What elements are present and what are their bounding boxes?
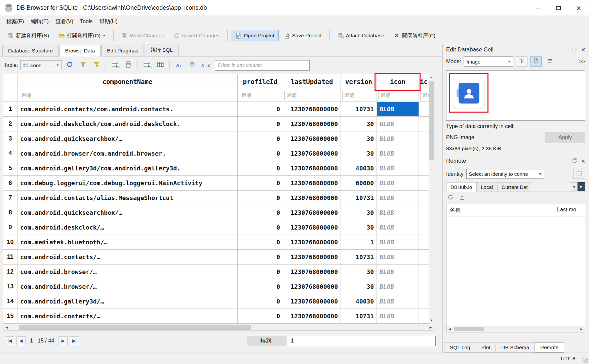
print-button[interactable] <box>123 60 134 71</box>
menu-help[interactable]: 幫助(H) <box>96 17 121 27</box>
cell-profileId[interactable]: 0 <box>238 279 283 294</box>
cell-componentName[interactable]: com.android.contacts/alias.MessageShortc… <box>17 191 238 205</box>
horizontal-scrollbar-thumb[interactable] <box>454 327 484 331</box>
cell-ic[interactable] <box>419 146 429 161</box>
cell-ic[interactable] <box>419 161 429 176</box>
cell-icon[interactable]: BLOB <box>377 294 419 309</box>
cell-profileId[interactable]: 0 <box>238 191 283 205</box>
remote-upload-button[interactable] <box>459 194 465 202</box>
cell-profileId[interactable]: 0 <box>238 294 283 309</box>
cell-ic[interactable] <box>419 131 429 146</box>
cell-componentName[interactable]: com.android.contacts/com.android.contact… <box>17 102 238 117</box>
cell-lastUpdated[interactable]: 1230768000000 <box>283 191 341 205</box>
cell-componentName[interactable]: com.android.quicksearchbox/… <box>17 205 238 220</box>
cell-lastUpdated[interactable]: 1230768000000 <box>283 265 341 279</box>
float-panel-icon[interactable] <box>573 158 577 164</box>
cell-ic[interactable] <box>419 220 429 235</box>
filter-input-icon[interactable]: 過濾 <box>378 91 417 100</box>
cell-version[interactable]: 40030 <box>341 161 377 176</box>
cell-icon[interactable]: BLOB <box>377 235 419 250</box>
cell-componentName[interactable]: com.android.deskclock/com.android.deskcl… <box>17 117 238 131</box>
cell-ic[interactable] <box>419 279 429 294</box>
cell-ic[interactable] <box>419 117 429 131</box>
maximize-button[interactable] <box>548 0 568 15</box>
cell-componentName[interactable]: com.android.contacts/… <box>17 250 238 265</box>
menu-view[interactable]: 查看(V) <box>52 17 77 27</box>
cell-componentName[interactable]: com.android.browser/… <box>17 279 238 294</box>
cell-version[interactable]: 1 <box>341 235 377 250</box>
save-results-button[interactable] <box>109 60 121 71</box>
cell-icon[interactable]: BLOB <box>377 131 419 146</box>
cell-ic[interactable] <box>419 205 429 220</box>
cell-profileId[interactable]: 0 <box>238 102 283 117</box>
cell-icon[interactable]: BLOB <box>377 265 419 279</box>
menu-file[interactable]: 檔案(F) <box>3 17 27 27</box>
insert-record-button[interactable] <box>141 60 153 71</box>
cell-version[interactable]: 10731 <box>341 250 377 265</box>
float-panel-icon[interactable] <box>573 46 577 53</box>
tab-browse-data[interactable]: Browse Data <box>60 45 101 56</box>
row-number[interactable]: 5 <box>3 161 17 176</box>
refresh-button[interactable] <box>64 60 75 71</box>
horizontal-scrollbar-thumb[interactable] <box>19 325 251 330</box>
menu-edit[interactable]: 編輯(E) <box>27 17 52 27</box>
row-number[interactable]: 6 <box>3 176 17 191</box>
filter-input-version[interactable]: 過濾 <box>342 91 375 100</box>
cell-componentName[interactable]: com.android.quicksearchbox/… <box>17 131 238 146</box>
close-database-button[interactable]: ✕ 關閉資料庫(C) <box>389 30 440 42</box>
cell-profileId[interactable]: 0 <box>238 205 283 220</box>
align-view-button[interactable] <box>544 56 556 67</box>
row-number[interactable]: 13 <box>3 279 17 294</box>
cell-componentName[interactable]: com.android.browser/com.android.browser. <box>17 146 238 161</box>
cell-version[interactable]: 30 <box>341 265 377 279</box>
tab-execute-sql[interactable]: 執行 SQL <box>145 44 178 56</box>
cell-ic[interactable] <box>419 235 429 250</box>
column-header-name[interactable]: 名稱 <box>446 204 554 216</box>
cell-version[interactable]: 30 <box>341 279 377 294</box>
tab-scroll-left-icon[interactable]: ◀ <box>570 182 578 191</box>
row-number[interactable]: 15 <box>3 309 17 324</box>
goto-button[interactable]: 轉到: <box>247 336 286 346</box>
cell-lastUpdated[interactable]: 1230768000000 <box>283 161 341 176</box>
cell-ic[interactable] <box>419 176 429 191</box>
cell-icon[interactable]: BLOB <box>377 279 419 294</box>
cell-lastUpdated[interactable]: 1230768000000 <box>283 205 341 220</box>
open-database-button[interactable]: 打開資料庫(O) <box>54 30 110 42</box>
cell-componentName[interactable]: com.debug.loggerui/com.debug.loggerui.Ma… <box>17 176 238 191</box>
cell-componentName[interactable]: com.android.gallery3d/… <box>17 294 238 309</box>
cell-componentName[interactable]: com.android.browser/… <box>17 265 238 279</box>
column-header-icon[interactable]: icon <box>377 74 419 89</box>
cell-profileId[interactable]: 0 <box>238 176 283 191</box>
cell-version[interactable]: 40030 <box>341 294 377 309</box>
cell-lastUpdated[interactable]: 1230768000000 <box>283 117 341 131</box>
delete-record-button[interactable] <box>155 60 166 71</box>
row-number-header[interactable] <box>3 74 17 89</box>
cell-version[interactable]: 30 <box>341 220 377 235</box>
scroll-up-icon[interactable]: ▲ <box>429 74 434 80</box>
cell-icon[interactable]: BLOB <box>377 309 419 324</box>
edit-filter-button[interactable] <box>91 60 102 71</box>
cell-version[interactable]: 10731 <box>341 309 377 324</box>
column-header-last-modified[interactable]: Last mo <box>554 204 585 216</box>
cell-lastUpdated[interactable]: 1230768000000 <box>283 235 341 250</box>
previous-page-button[interactable]: ◀ <box>16 336 26 345</box>
remote-refresh-button[interactable] <box>447 194 454 202</box>
next-page-button[interactable]: ▶ <box>58 336 68 345</box>
cell-profileId[interactable]: 0 <box>238 265 283 279</box>
cell-profileId[interactable]: 0 <box>238 235 283 250</box>
cell-profileId[interactable]: 0 <box>238 131 283 146</box>
text-view-button[interactable] <box>530 56 542 67</box>
row-number[interactable]: 7 <box>3 191 17 205</box>
cell-profileId[interactable]: 0 <box>238 117 283 131</box>
column-header-profileId[interactable]: profileId <box>238 74 283 89</box>
clear-filters-button[interactable] <box>77 60 89 71</box>
cell-componentName[interactable]: com.mediatek.bluetooth/… <box>17 235 238 250</box>
filter-any-column-input[interactable] <box>215 60 310 71</box>
row-number[interactable]: 2 <box>3 117 17 131</box>
minimize-button[interactable] <box>528 0 548 15</box>
cell-ic[interactable] <box>419 309 429 324</box>
filter-input-lastUpdated[interactable]: 過濾 <box>284 91 339 100</box>
save-project-button[interactable]: Save Project <box>279 30 326 41</box>
cell-version[interactable]: 30 <box>341 131 377 146</box>
cell-profileId[interactable]: 0 <box>238 309 283 324</box>
